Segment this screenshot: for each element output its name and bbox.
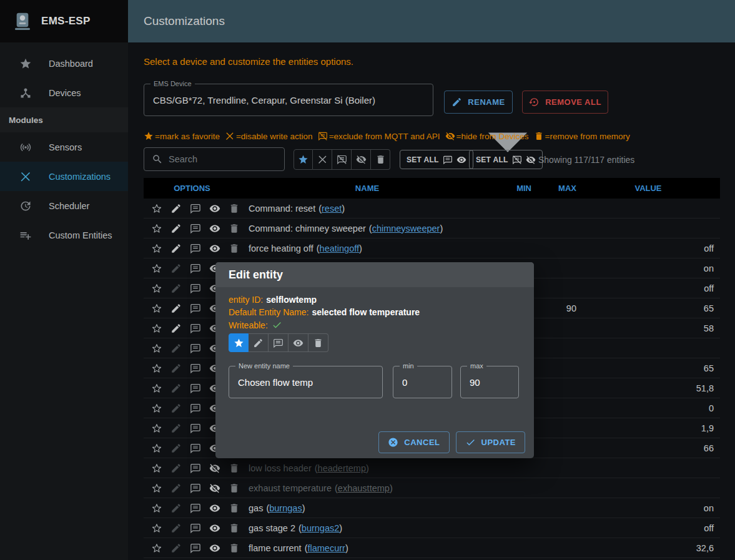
- writeable-line: Writeable:: [229, 320, 282, 330]
- min-label: min: [400, 361, 417, 371]
- new-entity-name-input[interactable]: [229, 366, 382, 398]
- check-icon: [465, 437, 476, 448]
- toggle-remove-button[interactable]: [308, 333, 328, 352]
- dialog-actions: CANCEL UPDATE: [378, 431, 525, 453]
- entity-id-line: entity ID:selflowtemp: [229, 295, 317, 305]
- toggle-disable-write-button[interactable]: [249, 333, 269, 352]
- max-field: max: [460, 366, 519, 398]
- pencil-icon: [253, 338, 264, 348]
- cancel-icon: [388, 437, 398, 448]
- trash-icon: [313, 338, 323, 348]
- star-icon: [234, 338, 244, 348]
- default-name-line: Default Entity Name:selected flow temper…: [229, 307, 420, 317]
- dialog-title: Edit entity: [215, 262, 534, 287]
- max-input[interactable]: [461, 366, 518, 398]
- new-entity-name-label: New entity name: [235, 361, 293, 371]
- cancel-button[interactable]: CANCEL: [378, 431, 449, 453]
- check-icon: [272, 320, 282, 330]
- toggle-exclude-mqtt-button[interactable]: [269, 333, 289, 352]
- new-entity-name-field: New entity name: [229, 366, 383, 398]
- entity-option-toggle-group: [229, 333, 328, 352]
- min-input[interactable]: [393, 366, 451, 398]
- default-name-value: selected flow temperature: [312, 307, 420, 317]
- toggle-favorite-button[interactable]: [229, 333, 249, 352]
- entity-id-value: selflowtemp: [266, 295, 317, 305]
- max-label: max: [467, 361, 486, 371]
- update-button[interactable]: UPDATE: [456, 431, 525, 453]
- min-field: min: [393, 366, 452, 398]
- message-icon: [273, 338, 284, 348]
- toggle-hide-button[interactable]: [289, 333, 308, 352]
- edit-entity-dialog: Edit entity entity ID:selflowtemp Defaul…: [215, 262, 534, 458]
- eye-icon: [293, 338, 303, 348]
